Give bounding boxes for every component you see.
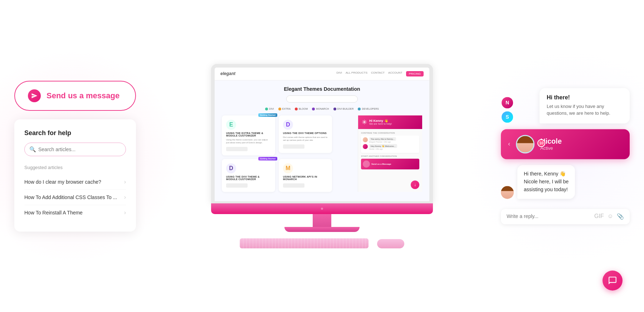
mock-cards-grid: E USING THE EXTRA THEME & MODULE CUSTOMI… [222, 115, 332, 192]
mock-card-wrapper: E USING THE EXTRA THEME & MODULE CUSTOMI… [222, 115, 275, 156]
getting-started-badge-purple: Getting Started [258, 157, 277, 160]
mock-card-text-extra: Using the theme customizer, you can adju… [226, 138, 271, 144]
mock-chat-msg-content: You sorry, this is Kenny... Elegant Them… [369, 137, 396, 143]
mock-card-icon-m: M [283, 163, 293, 173]
mock-card-divi-customizer: D USING THE DIVI THEME & MODULE CUSTOMIZ… [222, 159, 275, 192]
mock-chat-new-text: Send us a Message [371, 163, 391, 165]
imac-chin [211, 203, 433, 214]
mock-chat-convo: You sorry, this is Kenny... Elegant Them… [361, 135, 419, 153]
search-input-wrapper: 🔍 [24, 143, 126, 156]
mock-chat-overlay: ✳ Hi Kenny 👋 We are here to help! Contin… [358, 115, 422, 192]
msg-avatar-hair [501, 186, 514, 191]
arrow-svg [31, 93, 38, 99]
imac-stand-base [284, 227, 360, 232]
mock-pill-developers: DEVELOPERS [358, 108, 379, 110]
mock-chat-section-new: Start another conversation [361, 155, 419, 157]
mock-pill-dot [333, 108, 336, 110]
mock-pricing-btn: PRICING [406, 71, 424, 76]
article-item[interactable]: How do I clear my browser cache? › [24, 174, 126, 190]
article-item-arrow-icon: › [124, 209, 126, 216]
imac-keyboard [240, 238, 369, 248]
mock-chat-asterisk-icon: ✳ [362, 118, 367, 126]
bot-greeting-text: Let us know if you have any questions, w… [547, 103, 623, 117]
suggested-articles-label: Suggested articles [24, 165, 126, 170]
mock-chat-time-1: Elegant Themes • 16m ago [369, 141, 396, 143]
chat-message-text: Hi there, Kenny 👋Nicole here, I will bea… [524, 170, 569, 194]
chat-messages-area: Hi there, Kenny 👋Nicole here, I will bea… [501, 165, 630, 203]
mock-chat-avatar-2 [363, 144, 368, 149]
mock-card-title-divi-customizer: USING THE DIVI THEME & MODULE CUSTOMIZER [226, 175, 271, 180]
mock-nav-links: DIVI ALL PRODUCTS CONTACT ACCOUNT PRICIN… [336, 71, 424, 76]
bot-greeting-row: N S Hi there! Let us know if you have an… [501, 88, 630, 123]
mock-chat-toggle[interactable]: ↓ [411, 180, 419, 189]
chat-reply-input[interactable] [507, 214, 594, 219]
mock-chat-msg-content: Hey Kenny 👋 Welcome... Nicole • 14m ago [369, 144, 397, 150]
active-chat-avatar [516, 135, 535, 153]
search-card: Search for help 🔍 Suggested articles How… [14, 119, 136, 232]
mock-card-title-divi-options: USING THE DIVI THEME OPTIONS [283, 132, 328, 134]
article-item-text: How do I clear my browser cache? [24, 179, 101, 185]
unread-badge: 10 [537, 139, 545, 147]
chat-message-bubble: Hi there, Kenny 👋Nicole here, I will bea… [517, 165, 575, 199]
bot-avatar-agent2: S [501, 110, 514, 123]
mock-pill-dot [278, 108, 281, 110]
active-chat-agent-name: Nicole [540, 137, 623, 145]
imac-screen-inner: elegant DIVI ALL PRODUCTS CONTACT ACCOUN… [215, 68, 429, 201]
send-message-button[interactable]: Send us a message [14, 81, 136, 111]
bot-greeting-title: Hi there! [547, 94, 623, 101]
search-input[interactable] [24, 143, 126, 156]
bot-greeting-bubble: Hi there! Let us know if you have any qu… [540, 88, 630, 123]
mock-chat-subtitle: We are here to help! [369, 123, 392, 125]
mock-card-text-divi-options: Divi comes with theme options that are u… [283, 136, 328, 142]
mock-chat-bubble-2: Hey Kenny 👋 Welcome... [369, 144, 397, 148]
mock-search-bar [222, 95, 422, 103]
chat-widget-button[interactable] [602, 271, 623, 291]
back-button[interactable]: ‹ [508, 140, 510, 148]
article-item[interactable]: How To Add Additional CSS Classes To ...… [24, 190, 126, 205]
emoji-button[interactable]: ☺ [608, 213, 613, 220]
chat-msg-agent-avatar [501, 186, 514, 199]
bot-avatar-agent: N [501, 96, 514, 109]
attach-button[interactable]: 📎 [617, 213, 624, 220]
mock-nav-link-contact: CONTACT [371, 71, 385, 76]
mock-nav: elegant DIVI ALL PRODUCTS CONTACT ACCOUN… [215, 68, 429, 80]
right-panel: N S Hi there! Let us know if you have an… [501, 88, 630, 224]
mock-card-title-extra: USING THE EXTRA THEME & MODULE CUSTOMIZE… [226, 132, 271, 137]
mock-pill-monarch: MONARCH [312, 108, 329, 110]
chat-input-actions: GIF ☺ 📎 [594, 213, 624, 220]
mock-card-divi-options: D USING THE DIVI THEME OPTIONS Divi come… [279, 115, 332, 153]
article-item-arrow-icon: › [124, 179, 126, 185]
mock-content: Elegant Themes Documentation DIVI EXTRA [215, 80, 429, 198]
mock-card-icon-e: E [226, 120, 236, 130]
mock-chat-header-info: Hi Kenny 👋 We are here to help! [369, 119, 392, 125]
left-panel: Send us a message Search for help 🔍 Sugg… [14, 81, 154, 232]
mock-chat-new-convo[interactable]: Send us a Message [361, 159, 419, 169]
page-wrapper: Send us a message Search for help 🔍 Sugg… [0, 0, 644, 312]
active-chat-card[interactable]: ‹ 10 Nicole Active [501, 129, 630, 159]
mock-pill-dot [312, 108, 315, 110]
chat-message-row: Hi there, Kenny 👋Nicole here, I will bea… [501, 165, 630, 199]
mock-nav-link-products: ALL PRODUCTS [346, 71, 367, 76]
mock-card-icon-d: D [283, 120, 293, 130]
mock-chat-bubble-1: You sorry, this is Kenny... [369, 137, 396, 141]
chat-input-row: GIF ☺ 📎 [501, 209, 630, 224]
mock-main-area: E USING THE EXTRA THEME & MODULE CUSTOMI… [222, 115, 422, 192]
center-panel: elegant DIVI ALL PRODUCTS CONTACT ACCOUN… [204, 64, 440, 248]
mock-card-extra: E USING THE EXTRA THEME & MODULE CUSTOMI… [222, 115, 275, 156]
mock-card-wrapper: D USING THE DIVI THEME & MODULE CUSTOMIZ… [222, 159, 275, 192]
mock-card-monarch: M USING NETWORK API'S IN MONARCH [279, 159, 332, 192]
send-arrow-icon [28, 89, 41, 102]
gif-button[interactable]: GIF [594, 213, 604, 220]
imac-mouse [377, 239, 404, 248]
mock-pill-divi: DIVI [265, 108, 274, 110]
article-item[interactable]: How To Reinstall A Theme › [24, 205, 126, 220]
mock-chat-msg: Hey Kenny 👋 Welcome... Nicole • 14m ago [363, 144, 418, 150]
mock-pill-bloom: BLOOM [295, 108, 308, 110]
chat-widget-icon [608, 276, 617, 285]
mock-pill-builder: DIVI BUILDER [333, 108, 354, 110]
imac-screen: elegant DIVI ALL PRODUCTS CONTACT ACCOUN… [211, 64, 433, 203]
imac-stand-neck [313, 214, 331, 227]
mock-card-btn-extra [226, 147, 248, 151]
bot-avatars: N S [501, 96, 514, 123]
mock-pill-dot [295, 108, 298, 110]
